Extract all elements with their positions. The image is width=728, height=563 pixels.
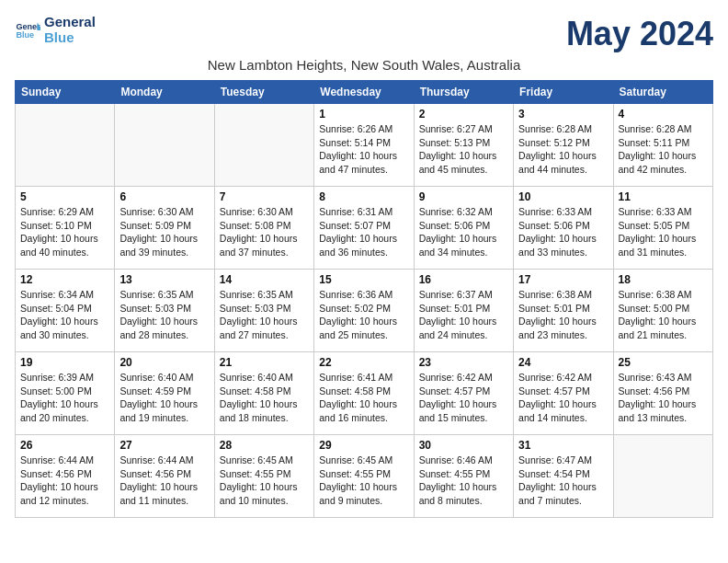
day-number: 10 bbox=[518, 190, 608, 203]
calendar-day-cell: 19Sunrise: 6:39 AM Sunset: 5:00 PM Dayli… bbox=[16, 352, 115, 435]
page-header: General Blue General Blue May 2024 bbox=[15, 15, 713, 53]
calendar-week-row: 26Sunrise: 6:44 AM Sunset: 4:56 PM Dayli… bbox=[16, 435, 713, 518]
day-number: 18 bbox=[619, 273, 708, 286]
calendar-day-cell bbox=[214, 104, 313, 187]
day-info: Sunrise: 6:38 AM Sunset: 5:01 PM Dayligh… bbox=[518, 288, 608, 342]
weekday-header: Wednesday bbox=[314, 81, 414, 104]
calendar-day-cell: 14Sunrise: 6:35 AM Sunset: 5:03 PM Dayli… bbox=[214, 270, 313, 352]
day-info: Sunrise: 6:44 AM Sunset: 4:56 PM Dayligh… bbox=[119, 454, 209, 508]
day-info: Sunrise: 6:32 AM Sunset: 5:06 PM Dayligh… bbox=[419, 205, 508, 259]
calendar-day-cell: 7Sunrise: 6:30 AM Sunset: 5:08 PM Daylig… bbox=[214, 187, 313, 270]
calendar-day-cell: 13Sunrise: 6:35 AM Sunset: 5:03 PM Dayli… bbox=[115, 270, 214, 352]
day-info: Sunrise: 6:42 AM Sunset: 4:57 PM Dayligh… bbox=[419, 371, 508, 425]
calendar-day-cell: 10Sunrise: 6:33 AM Sunset: 5:06 PM Dayli… bbox=[514, 187, 613, 270]
calendar-day-cell: 1Sunrise: 6:26 AM Sunset: 5:14 PM Daylig… bbox=[314, 104, 414, 187]
calendar-day-cell: 21Sunrise: 6:40 AM Sunset: 4:58 PM Dayli… bbox=[214, 352, 313, 435]
calendar-day-cell: 28Sunrise: 6:45 AM Sunset: 4:55 PM Dayli… bbox=[214, 435, 313, 518]
day-info: Sunrise: 6:28 AM Sunset: 5:11 PM Dayligh… bbox=[619, 122, 708, 177]
day-number: 31 bbox=[518, 439, 608, 452]
day-info: Sunrise: 6:29 AM Sunset: 5:10 PM Dayligh… bbox=[20, 205, 109, 259]
day-info: Sunrise: 6:35 AM Sunset: 5:03 PM Dayligh… bbox=[220, 288, 309, 342]
calendar-week-row: 1Sunrise: 6:26 AM Sunset: 5:14 PM Daylig… bbox=[16, 104, 713, 187]
day-info: Sunrise: 6:39 AM Sunset: 5:00 PM Dayligh… bbox=[20, 371, 109, 425]
day-number: 4 bbox=[619, 108, 708, 121]
weekday-header: Monday bbox=[115, 81, 214, 104]
day-info: Sunrise: 6:45 AM Sunset: 4:55 PM Dayligh… bbox=[319, 454, 408, 508]
calendar-day-cell: 6Sunrise: 6:30 AM Sunset: 5:09 PM Daylig… bbox=[115, 187, 214, 270]
day-number: 13 bbox=[119, 273, 209, 286]
calendar-day-cell: 23Sunrise: 6:42 AM Sunset: 4:57 PM Dayli… bbox=[414, 352, 513, 435]
day-info: Sunrise: 6:43 AM Sunset: 4:56 PM Dayligh… bbox=[619, 371, 708, 425]
calendar-day-cell: 2Sunrise: 6:27 AM Sunset: 5:13 PM Daylig… bbox=[414, 104, 513, 187]
day-info: Sunrise: 6:44 AM Sunset: 4:56 PM Dayligh… bbox=[20, 454, 109, 508]
calendar-week-row: 12Sunrise: 6:34 AM Sunset: 5:04 PM Dayli… bbox=[16, 270, 713, 352]
calendar-day-cell: 15Sunrise: 6:36 AM Sunset: 5:02 PM Dayli… bbox=[314, 270, 414, 352]
day-info: Sunrise: 6:38 AM Sunset: 5:00 PM Dayligh… bbox=[619, 288, 708, 342]
day-info: Sunrise: 6:33 AM Sunset: 5:06 PM Dayligh… bbox=[518, 205, 608, 259]
day-number: 17 bbox=[518, 273, 608, 286]
day-number: 5 bbox=[20, 190, 109, 203]
day-info: Sunrise: 6:35 AM Sunset: 5:03 PM Dayligh… bbox=[119, 288, 209, 342]
calendar-day-cell: 5Sunrise: 6:29 AM Sunset: 5:10 PM Daylig… bbox=[16, 187, 115, 270]
day-info: Sunrise: 6:30 AM Sunset: 5:08 PM Dayligh… bbox=[220, 205, 309, 259]
day-number: 16 bbox=[419, 273, 508, 286]
calendar-day-cell: 8Sunrise: 6:31 AM Sunset: 5:07 PM Daylig… bbox=[314, 187, 414, 270]
weekday-header: Thursday bbox=[414, 81, 513, 104]
day-info: Sunrise: 6:30 AM Sunset: 5:09 PM Dayligh… bbox=[119, 205, 209, 259]
day-info: Sunrise: 6:45 AM Sunset: 4:55 PM Dayligh… bbox=[220, 454, 309, 508]
logo-icon: General Blue bbox=[15, 17, 40, 43]
calendar-day-cell bbox=[115, 104, 214, 187]
svg-text:Blue: Blue bbox=[16, 30, 34, 40]
day-number: 1 bbox=[319, 108, 408, 121]
day-info: Sunrise: 6:34 AM Sunset: 5:04 PM Dayligh… bbox=[20, 288, 109, 342]
calendar-day-cell bbox=[613, 435, 712, 518]
day-info: Sunrise: 6:31 AM Sunset: 5:07 PM Dayligh… bbox=[319, 205, 408, 259]
calendar-day-cell: 17Sunrise: 6:38 AM Sunset: 5:01 PM Dayli… bbox=[514, 270, 613, 352]
day-number: 29 bbox=[319, 439, 408, 452]
day-number: 22 bbox=[319, 356, 408, 369]
day-number: 20 bbox=[119, 356, 209, 369]
day-number: 9 bbox=[419, 190, 508, 203]
calendar-day-cell: 29Sunrise: 6:45 AM Sunset: 4:55 PM Dayli… bbox=[314, 435, 414, 518]
logo-line1: General bbox=[44, 15, 96, 30]
calendar-week-row: 5Sunrise: 6:29 AM Sunset: 5:10 PM Daylig… bbox=[16, 187, 713, 270]
weekday-header: Saturday bbox=[613, 81, 712, 104]
logo-line2: Blue bbox=[44, 30, 96, 46]
day-number: 2 bbox=[419, 108, 508, 121]
day-info: Sunrise: 6:41 AM Sunset: 4:58 PM Dayligh… bbox=[319, 371, 408, 425]
day-info: Sunrise: 6:42 AM Sunset: 4:57 PM Dayligh… bbox=[518, 371, 608, 425]
calendar-day-cell: 20Sunrise: 6:40 AM Sunset: 4:59 PM Dayli… bbox=[115, 352, 214, 435]
calendar-day-cell: 4Sunrise: 6:28 AM Sunset: 5:11 PM Daylig… bbox=[613, 104, 712, 187]
calendar-day-cell: 22Sunrise: 6:41 AM Sunset: 4:58 PM Dayli… bbox=[314, 352, 414, 435]
calendar-day-cell: 26Sunrise: 6:44 AM Sunset: 4:56 PM Dayli… bbox=[16, 435, 115, 518]
day-number: 25 bbox=[619, 356, 708, 369]
weekday-header: Tuesday bbox=[214, 81, 313, 104]
calendar-day-cell: 18Sunrise: 6:38 AM Sunset: 5:00 PM Dayli… bbox=[613, 270, 712, 352]
calendar-day-cell: 16Sunrise: 6:37 AM Sunset: 5:01 PM Dayli… bbox=[414, 270, 513, 352]
day-number: 15 bbox=[319, 273, 408, 286]
day-number: 19 bbox=[20, 356, 109, 369]
logo: General Blue General Blue bbox=[15, 15, 96, 45]
day-number: 12 bbox=[20, 273, 109, 286]
month-title: May 2024 bbox=[566, 15, 713, 53]
day-number: 11 bbox=[619, 190, 708, 203]
svg-text:General: General bbox=[16, 21, 40, 30]
calendar-day-cell: 25Sunrise: 6:43 AM Sunset: 4:56 PM Dayli… bbox=[613, 352, 712, 435]
day-number: 8 bbox=[319, 190, 408, 203]
day-number: 14 bbox=[220, 273, 309, 286]
day-info: Sunrise: 6:40 AM Sunset: 4:59 PM Dayligh… bbox=[119, 371, 209, 425]
day-number: 23 bbox=[419, 356, 508, 369]
day-number: 27 bbox=[119, 439, 209, 452]
weekday-header-row: SundayMondayTuesdayWednesdayThursdayFrid… bbox=[16, 81, 713, 104]
day-info: Sunrise: 6:33 AM Sunset: 5:05 PM Dayligh… bbox=[619, 205, 708, 259]
day-number: 30 bbox=[419, 439, 508, 452]
day-number: 7 bbox=[220, 190, 309, 203]
day-number: 24 bbox=[518, 356, 608, 369]
weekday-header: Sunday bbox=[16, 81, 115, 104]
calendar-day-cell: 9Sunrise: 6:32 AM Sunset: 5:06 PM Daylig… bbox=[414, 187, 513, 270]
calendar-day-cell bbox=[16, 104, 115, 187]
day-info: Sunrise: 6:40 AM Sunset: 4:58 PM Dayligh… bbox=[220, 371, 309, 425]
calendar-day-cell: 3Sunrise: 6:28 AM Sunset: 5:12 PM Daylig… bbox=[514, 104, 613, 187]
day-number: 3 bbox=[518, 108, 608, 121]
day-info: Sunrise: 6:26 AM Sunset: 5:14 PM Dayligh… bbox=[319, 122, 408, 177]
